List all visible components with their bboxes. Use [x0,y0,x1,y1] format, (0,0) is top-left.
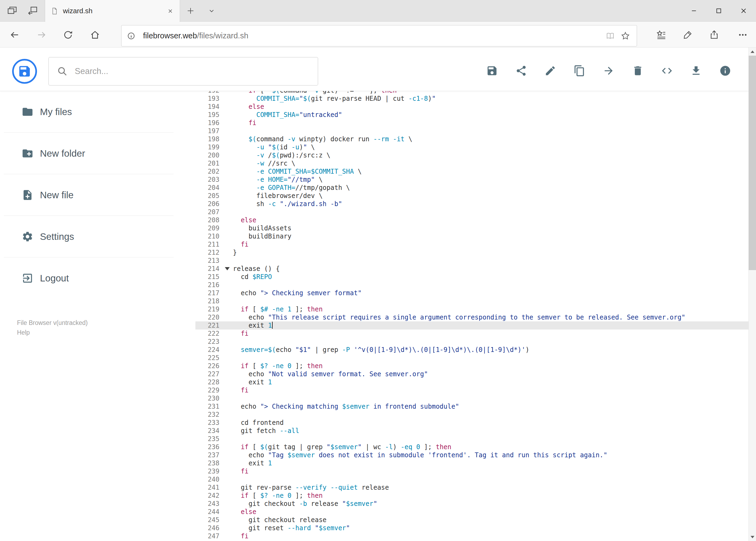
line-number[interactable]: 235 [195,435,233,443]
sidebar-item-logout[interactable]: Logout [0,258,195,299]
code-line[interactable]: 198 $(command -v winpty) docker run --rm… [195,135,748,143]
browser-tab-active[interactable]: wizard.sh [45,0,180,22]
code-line[interactable]: 232 [195,410,748,419]
search-input[interactable] [75,66,291,76]
line-number[interactable]: 203 [195,176,233,184]
line-number[interactable]: 196 [195,119,233,127]
window-close-button[interactable] [731,0,756,22]
line-number[interactable]: 201 [195,159,233,168]
code-line[interactable]: 225 [195,354,748,362]
line-number[interactable]: 246 [195,524,233,532]
url-text[interactable]: filebrowser.web/files/wizard.sh [143,31,603,40]
code-line[interactable]: 219 if [ $# -ne 1 ]; then [195,305,748,313]
line-number[interactable]: 241 [195,483,233,492]
code-line[interactable]: 227 echo "Not valid semver format. See s… [195,370,748,378]
line-number[interactable]: 244 [195,508,233,516]
sidebar-item-my-files[interactable]: My files [0,91,195,132]
line-number[interactable]: 225 [195,354,233,362]
line-number[interactable]: 236 [195,443,233,451]
line-number[interactable]: 192 [195,91,233,95]
line-number[interactable]: 233 [195,419,233,427]
line-number[interactable]: 212 [195,249,233,257]
line-number[interactable]: 234 [195,427,233,435]
line-number[interactable]: 210 [195,232,233,241]
forward-icon[interactable] [34,27,49,42]
code-line[interactable]: 244 else [195,508,748,516]
code-line[interactable]: 195 COMMIT_SHA="untracked" [195,111,748,119]
code-line[interactable]: 245 git checkout release [195,516,748,524]
new-tab-button[interactable] [184,4,197,17]
line-number[interactable]: 195 [195,111,233,119]
line-number[interactable]: 245 [195,516,233,524]
sidebar-item-settings[interactable]: Settings [0,216,195,257]
line-number[interactable]: 242 [195,492,233,500]
line-number[interactable]: 217 [195,289,233,297]
code-line[interactable]: 236 if [ $(git tag | grep "$semver" | wc… [195,443,748,451]
hub-favorites-icon[interactable] [654,27,669,42]
tab-preview-chevron-icon[interactable] [205,4,218,17]
code-line[interactable]: 205 filebrowser/dev \ [195,192,748,200]
code-line[interactable]: 207 [195,208,748,216]
code-line[interactable]: 206 sh -c "./wizard.sh -b" [195,200,748,208]
code-line[interactable]: 223 [195,337,748,346]
tabs-set-aside-icon[interactable] [6,4,19,17]
line-number[interactable]: 221 [195,321,233,329]
line-number[interactable]: 204 [195,184,233,192]
line-number[interactable]: 205 [195,192,233,200]
code-line[interactable]: 230 [195,394,748,402]
sidebar-item-new-file[interactable]: New file [0,174,195,216]
code-line[interactable]: 210 buildBinary [195,232,748,241]
line-number[interactable]: 227 [195,370,233,378]
code-line[interactable]: 235 [195,435,748,443]
line-number[interactable]: 202 [195,168,233,176]
code-line[interactable]: 192 if [ "$(command -v git)" != "" ]; th… [195,91,748,95]
code-line[interactable]: 209 buildAssets [195,224,748,232]
share-button[interactable] [515,65,527,77]
sidebar-item-new-folder[interactable]: New folder [0,133,195,174]
code-editor[interactable]: 192 if [ "$(command -v git)" != "" ]; th… [195,91,748,541]
line-number[interactable]: 232 [195,410,233,419]
line-number[interactable]: 226 [195,362,233,370]
line-number[interactable]: 223 [195,337,233,346]
code-line[interactable]: 193 COMMIT_SHA="$(git rev-parse HEAD | c… [195,95,748,103]
code-line[interactable]: 204 -e GOPATH=//tmp/gopath \ [195,184,748,192]
line-number[interactable]: 200 [195,151,233,159]
code-line[interactable]: 208 else [195,216,748,224]
code-line[interactable]: 200 -v /$(pwd):/src:z \ [195,151,748,159]
web-note-pen-icon[interactable] [680,27,695,42]
line-number[interactable]: 243 [195,500,233,508]
scrollbar-up-arrow[interactable] [749,48,756,56]
download-button[interactable] [690,65,702,77]
code-line[interactable]: 212} [195,249,748,257]
code-line[interactable]: 202 -e COMMIT_SHA=$COMMIT_SHA \ [195,168,748,176]
line-number[interactable]: 215 [195,273,233,281]
line-number[interactable]: 238 [195,459,233,467]
line-number[interactable]: 197 [195,127,233,135]
site-info-icon[interactable] [126,31,136,41]
line-number[interactable]: 193 [195,95,233,103]
copy-button[interactable] [574,65,586,77]
line-number[interactable]: 239 [195,467,233,475]
line-number[interactable]: 214 [195,265,233,273]
line-number[interactable]: 211 [195,241,233,249]
favorite-star-icon[interactable] [618,28,633,44]
save-button[interactable] [486,65,498,77]
refresh-icon[interactable] [61,27,76,42]
code-line[interactable]: 240 [195,475,748,483]
line-number[interactable]: 240 [195,475,233,483]
code-line[interactable]: 231 echo "> Checking matching $semver in… [195,402,748,410]
home-icon[interactable] [88,27,103,42]
code-line[interactable]: 238 exit 1 [195,459,748,467]
code-line[interactable]: 247 fi [195,532,748,540]
code-line[interactable]: 239 fi [195,467,748,475]
code-line[interactable]: 226 if [ $? -ne 0 ]; then [195,362,748,370]
line-number[interactable]: 231 [195,402,233,410]
code-line[interactable]: 201 -w //src \ [195,159,748,168]
line-number[interactable]: 220 [195,313,233,321]
code-line[interactable]: 213 [195,257,748,265]
code-line[interactable]: 233 cd frontend [195,419,748,427]
filebrowser-logo[interactable] [12,59,37,84]
code-line[interactable]: 241 git rev-parse --verify --quiet relea… [195,483,748,492]
page-scrollbar[interactable] [748,48,756,541]
line-number[interactable]: 216 [195,281,233,289]
